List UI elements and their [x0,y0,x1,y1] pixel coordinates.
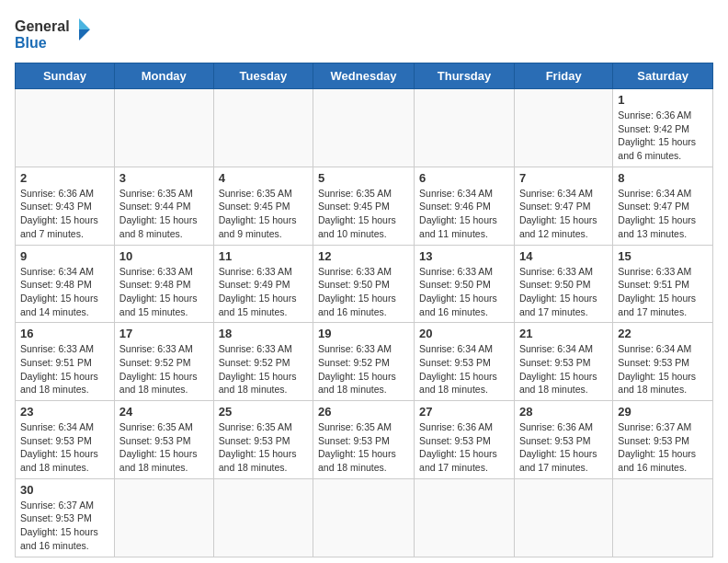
day-number: 6 [419,171,509,185]
day-number: 22 [618,327,708,340]
calendar-cell [114,89,213,167]
day-number: 26 [318,405,409,419]
calendar-cell [313,89,415,167]
day-info: Sunrise: 6:35 AM Sunset: 9:45 PM Dayligh… [219,187,308,241]
calendar-cell: 19Sunrise: 6:33 AM Sunset: 9:52 PM Dayli… [313,323,415,401]
day-number: 1 [618,93,708,107]
day-info: Sunrise: 6:36 AM Sunset: 9:43 PM Dayligh… [20,187,109,241]
calendar-cell: 15Sunrise: 6:33 AM Sunset: 9:51 PM Dayli… [613,245,713,323]
calendar-cell: 27Sunrise: 6:36 AM Sunset: 9:53 PM Dayli… [415,401,515,479]
day-info: Sunrise: 6:34 AM Sunset: 9:47 PM Dayligh… [519,187,608,241]
calendar-cell: 24Sunrise: 6:35 AM Sunset: 9:53 PM Dayli… [114,401,213,479]
calendar-cell: 16Sunrise: 6:33 AM Sunset: 9:51 PM Dayli… [16,323,115,401]
day-number: 9 [20,249,109,263]
day-number: 5 [318,171,409,185]
weekday-header-wednesday: Wednesday [313,63,415,89]
day-info: Sunrise: 6:35 AM Sunset: 9:53 PM Dayligh… [219,420,308,475]
week-row-2: 2Sunrise: 6:36 AM Sunset: 9:43 PM Daylig… [16,167,713,245]
day-info: Sunrise: 6:33 AM Sunset: 9:52 PM Dayligh… [318,342,409,396]
day-info: Sunrise: 6:33 AM Sunset: 9:51 PM Dayligh… [618,265,708,319]
day-number: 4 [219,171,308,185]
weekday-header-friday: Friday [514,63,612,89]
calendar-cell: 23Sunrise: 6:34 AM Sunset: 9:53 PM Dayli… [16,401,115,479]
week-row-5: 23Sunrise: 6:34 AM Sunset: 9:53 PM Dayli… [16,401,713,479]
day-info: Sunrise: 6:33 AM Sunset: 9:49 PM Dayligh… [219,265,308,319]
calendar-cell: 14Sunrise: 6:33 AM Sunset: 9:50 PM Dayli… [514,245,612,323]
day-info: Sunrise: 6:36 AM Sunset: 9:53 PM Dayligh… [519,420,608,475]
day-number: 11 [219,249,308,263]
calendar-cell: 13Sunrise: 6:33 AM Sunset: 9:50 PM Dayli… [415,245,515,323]
calendar-cell: 9Sunrise: 6:34 AM Sunset: 9:48 PM Daylig… [16,245,115,323]
weekday-header-sunday: Sunday [16,63,115,89]
day-info: Sunrise: 6:34 AM Sunset: 9:53 PM Dayligh… [20,420,109,475]
week-row-4: 16Sunrise: 6:33 AM Sunset: 9:51 PM Dayli… [16,323,713,401]
calendar-cell: 1Sunrise: 6:36 AM Sunset: 9:42 PM Daylig… [613,89,713,167]
calendar-cell [613,478,713,557]
calendar-cell: 10Sunrise: 6:33 AM Sunset: 9:48 PM Dayli… [114,245,213,323]
weekday-header-saturday: Saturday [613,63,713,89]
day-info: Sunrise: 6:34 AM Sunset: 9:53 PM Dayligh… [419,342,509,396]
day-number: 30 [20,483,109,497]
svg-text:General: General [15,18,70,34]
day-number: 21 [519,327,608,340]
weekday-header-monday: Monday [114,63,213,89]
day-info: Sunrise: 6:33 AM Sunset: 9:52 PM Dayligh… [119,342,209,396]
svg-marker-2 [79,18,90,29]
day-info: Sunrise: 6:34 AM Sunset: 9:47 PM Dayligh… [618,187,708,241]
day-number: 27 [419,405,509,419]
day-info: Sunrise: 6:36 AM Sunset: 9:42 PM Dayligh… [618,109,708,163]
day-info: Sunrise: 6:36 AM Sunset: 9:53 PM Dayligh… [419,420,509,475]
calendar-cell: 3Sunrise: 6:35 AM Sunset: 9:44 PM Daylig… [114,167,213,245]
weekday-header-tuesday: Tuesday [213,63,313,89]
day-number: 29 [618,405,708,419]
week-row-3: 9Sunrise: 6:34 AM Sunset: 9:48 PM Daylig… [16,245,713,323]
calendar-cell: 28Sunrise: 6:36 AM Sunset: 9:53 PM Dayli… [514,401,612,479]
day-number: 28 [519,405,608,419]
day-info: Sunrise: 6:33 AM Sunset: 9:50 PM Dayligh… [519,265,608,319]
day-number: 2 [20,171,109,185]
calendar-cell [514,478,612,557]
calendar-cell: 21Sunrise: 6:34 AM Sunset: 9:53 PM Dayli… [514,323,612,401]
week-row-1: 1Sunrise: 6:36 AM Sunset: 9:42 PM Daylig… [16,89,713,167]
calendar-cell [16,89,115,167]
weekday-header-thursday: Thursday [415,63,515,89]
day-number: 10 [119,249,209,263]
day-number: 25 [219,405,308,419]
day-info: Sunrise: 6:33 AM Sunset: 9:48 PM Dayligh… [119,265,209,319]
day-info: Sunrise: 6:35 AM Sunset: 9:44 PM Dayligh… [119,187,209,241]
calendar-cell: 20Sunrise: 6:34 AM Sunset: 9:53 PM Dayli… [415,323,515,401]
svg-marker-3 [79,29,90,40]
calendar-cell: 12Sunrise: 6:33 AM Sunset: 9:50 PM Dayli… [313,245,415,323]
day-number: 17 [119,327,209,340]
day-number: 7 [519,171,608,185]
day-info: Sunrise: 6:34 AM Sunset: 9:48 PM Dayligh… [20,265,109,319]
calendar-cell: 29Sunrise: 6:37 AM Sunset: 9:53 PM Dayli… [613,401,713,479]
calendar-cell: 30Sunrise: 6:37 AM Sunset: 9:53 PM Dayli… [16,478,115,557]
calendar-cell [514,89,612,167]
day-number: 15 [618,249,708,263]
calendar-table: SundayMondayTuesdayWednesdayThursdayFrid… [15,63,713,557]
calendar-cell: 8Sunrise: 6:34 AM Sunset: 9:47 PM Daylig… [613,167,713,245]
calendar-cell [213,478,313,557]
day-info: Sunrise: 6:33 AM Sunset: 9:51 PM Dayligh… [20,342,109,396]
day-number: 24 [119,405,209,419]
day-info: Sunrise: 6:35 AM Sunset: 9:53 PM Dayligh… [318,420,409,475]
day-number: 14 [519,249,608,263]
calendar-cell [415,478,515,557]
day-info: Sunrise: 6:33 AM Sunset: 9:50 PM Dayligh… [419,265,509,319]
calendar-cell [415,89,515,167]
day-info: Sunrise: 6:34 AM Sunset: 9:46 PM Dayligh… [419,187,509,241]
day-number: 20 [419,327,509,340]
day-info: Sunrise: 6:35 AM Sunset: 9:53 PM Dayligh… [119,420,209,475]
calendar-cell [313,478,415,557]
day-info: Sunrise: 6:33 AM Sunset: 9:52 PM Dayligh… [219,342,308,396]
calendar-cell: 25Sunrise: 6:35 AM Sunset: 9:53 PM Dayli… [213,401,313,479]
calendar-cell: 17Sunrise: 6:33 AM Sunset: 9:52 PM Dayli… [114,323,213,401]
calendar-cell: 26Sunrise: 6:35 AM Sunset: 9:53 PM Dayli… [313,401,415,479]
calendar-cell: 18Sunrise: 6:33 AM Sunset: 9:52 PM Dayli… [213,323,313,401]
day-number: 13 [419,249,509,263]
week-row-6: 30Sunrise: 6:37 AM Sunset: 9:53 PM Dayli… [16,478,713,557]
calendar-cell: 4Sunrise: 6:35 AM Sunset: 9:45 PM Daylig… [213,167,313,245]
weekday-header-row: SundayMondayTuesdayWednesdayThursdayFrid… [16,63,713,89]
day-number: 3 [119,171,209,185]
